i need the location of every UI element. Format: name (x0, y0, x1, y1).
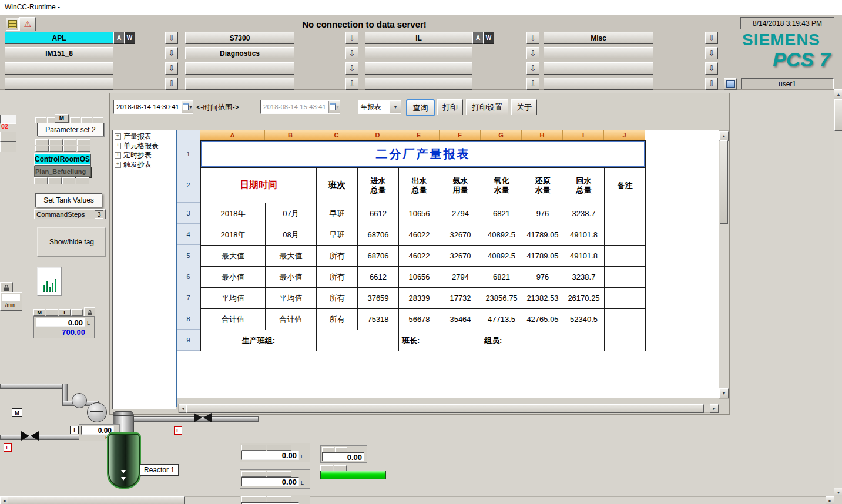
column-header[interactable]: J (604, 130, 645, 140)
nav-button-empty[interactable] (544, 62, 653, 75)
nav-button-empty[interactable] (5, 78, 113, 90)
header-cell-out-total[interactable]: 出水 总量 (399, 168, 440, 203)
header-cell-ammonia[interactable]: 氨水 用量 (440, 168, 481, 203)
table-cell[interactable]: 56678 (399, 309, 440, 330)
footer-cell-leader[interactable]: 班长: (399, 330, 481, 351)
sheet-horizontal-thumb[interactable] (186, 404, 704, 413)
meter-3-display[interactable]: 0.00 (241, 477, 299, 486)
row-header[interactable]: 3 (177, 203, 200, 224)
table-cell[interactable]: 32670 (440, 246, 481, 267)
nav-arrow-button[interactable]: ⇩ (165, 32, 178, 44)
column-header[interactable]: G (481, 130, 522, 140)
sheet-vertical-thumb[interactable] (720, 140, 728, 224)
table-cell[interactable]: 最大值 (266, 246, 317, 267)
query-button[interactable]: 查询 (406, 99, 435, 116)
table-cell[interactable]: 2018年 (201, 224, 266, 246)
column-header[interactable]: E (398, 130, 440, 140)
per-min-display[interactable] (2, 294, 20, 301)
table-cell[interactable]: 合计值 (266, 309, 317, 330)
header-cell-oxidation[interactable]: 氧化 水量 (481, 168, 522, 203)
nav-button-empty[interactable] (5, 62, 113, 75)
column-header[interactable]: H (522, 130, 563, 140)
badge-a[interactable]: A (113, 32, 125, 44)
control-room-os-button[interactable]: ControlRoomOS (34, 153, 90, 165)
vertical-scrollbar[interactable] (834, 89, 842, 498)
table-cell[interactable] (605, 224, 646, 246)
valve-icon[interactable] (21, 431, 39, 441)
nav-arrow-button[interactable]: ⇩ (165, 78, 178, 90)
column-header[interactable]: C (316, 130, 357, 140)
parameter-set-button[interactable]: Parameter set 2 (37, 123, 104, 136)
nav-arrow-button[interactable]: ⇩ (705, 32, 718, 44)
table-cell[interactable]: 46022 (399, 246, 440, 267)
header-cell-shift[interactable]: 班次 (317, 168, 358, 203)
badge-a[interactable]: A (472, 32, 484, 44)
nav-button-empty[interactable] (365, 78, 472, 90)
column-header[interactable]: D (357, 130, 398, 140)
column-header[interactable]: B (265, 130, 316, 140)
meter-1-display[interactable]: 0.00 (241, 451, 299, 460)
nav-button-misc[interactable]: Misc (544, 32, 653, 44)
scroll-up-button[interactable]: ▲ (834, 89, 842, 99)
table-cell[interactable]: 早班 (317, 224, 358, 246)
nav-arrow-button[interactable]: ⇩ (705, 62, 718, 75)
nav-arrow-button[interactable]: ⇩ (526, 47, 539, 59)
tree-item-timed-report[interactable]: +定时抄表 (113, 150, 176, 160)
table-cell[interactable]: 49101.8 (563, 224, 605, 246)
nav-button-il[interactable]: IL (365, 32, 472, 44)
table-cell[interactable]: 68706 (358, 246, 399, 267)
table-cell[interactable] (605, 309, 646, 330)
row-header[interactable]: 2 (177, 167, 200, 203)
table-cell[interactable]: 41789.05 (522, 224, 563, 246)
nav-button-empty[interactable] (544, 78, 653, 90)
table-cell[interactable]: 早班 (317, 203, 358, 224)
table-cell[interactable] (605, 246, 646, 267)
nav-button-im151-8[interactable]: IM151_8 (5, 47, 113, 59)
sheet-corner-cell[interactable] (177, 130, 201, 141)
tree-item-triggered-report[interactable]: +触发抄表 (113, 160, 176, 169)
valve-icon[interactable] (194, 413, 212, 422)
table-cell[interactable]: 40892.5 (481, 246, 522, 267)
command-steps-field[interactable]: CommandSteps 3 (34, 209, 106, 219)
nav-button-apl[interactable]: APL (5, 32, 113, 44)
table-cell[interactable]: 所有 (317, 246, 358, 267)
tree-expand-icon[interactable]: + (115, 143, 121, 149)
table-cell[interactable]: 42765.05 (522, 309, 563, 330)
table-cell[interactable]: 47713.5 (481, 309, 522, 330)
scroll-right-button[interactable]: ► (826, 496, 834, 504)
table-cell[interactable]: 2794 (440, 267, 481, 288)
command-steps-value[interactable]: 3 (95, 210, 103, 219)
column-header[interactable]: A (200, 130, 265, 140)
nav-button-empty[interactable] (365, 62, 472, 75)
badge-w[interactable]: W (483, 32, 494, 44)
header-cell-return[interactable]: 回水 总量 (563, 168, 605, 203)
footer-cell-group[interactable]: 生产班组: (201, 330, 317, 351)
table-cell[interactable]: 75318 (358, 309, 399, 330)
table-cell[interactable]: 41789.05 (522, 246, 563, 267)
table-cell[interactable]: 3238.7 (563, 267, 605, 288)
sheet-horizontal-scrollbar[interactable]: ◄ ► (178, 404, 719, 413)
nav-arrow-button[interactable]: ⇩ (165, 47, 178, 59)
horizontal-scroll-thumb[interactable] (8, 496, 185, 504)
table-cell[interactable]: 平均值 (201, 288, 266, 309)
start-time-picker[interactable]: 2018-08-14 14:30:41 ▾ (113, 100, 193, 114)
header-cell-remark[interactable]: 备注 (605, 168, 646, 203)
screen-select-button[interactable] (724, 78, 737, 90)
about-button[interactable]: 关于 (511, 99, 537, 115)
table-cell[interactable]: 49101.8 (563, 246, 605, 267)
tank-setpoint-display[interactable]: 700.00 (36, 328, 85, 337)
vertical-scroll-thumb[interactable] (834, 99, 842, 131)
header-cell-in-total[interactable]: 进水 总量 (358, 168, 399, 203)
trend-button[interactable] (37, 267, 62, 296)
column-header[interactable]: I (563, 130, 604, 140)
nav-button-empty[interactable] (544, 47, 653, 59)
table-cell[interactable]: 最大值 (201, 246, 266, 267)
table-cell[interactable]: 10656 (399, 203, 440, 224)
table-cell[interactable] (605, 288, 646, 309)
table-cell[interactable]: 21382.53 (522, 288, 563, 309)
table-cell[interactable]: 68706 (358, 224, 399, 246)
sheet-scroll-down-button[interactable]: ▼ (719, 388, 729, 398)
tank-level-display[interactable]: 0.00 (36, 318, 85, 327)
sheet-title-cell[interactable]: 二分厂产量报表 (201, 141, 646, 168)
nav-arrow-button[interactable]: ⇩ (345, 62, 358, 75)
